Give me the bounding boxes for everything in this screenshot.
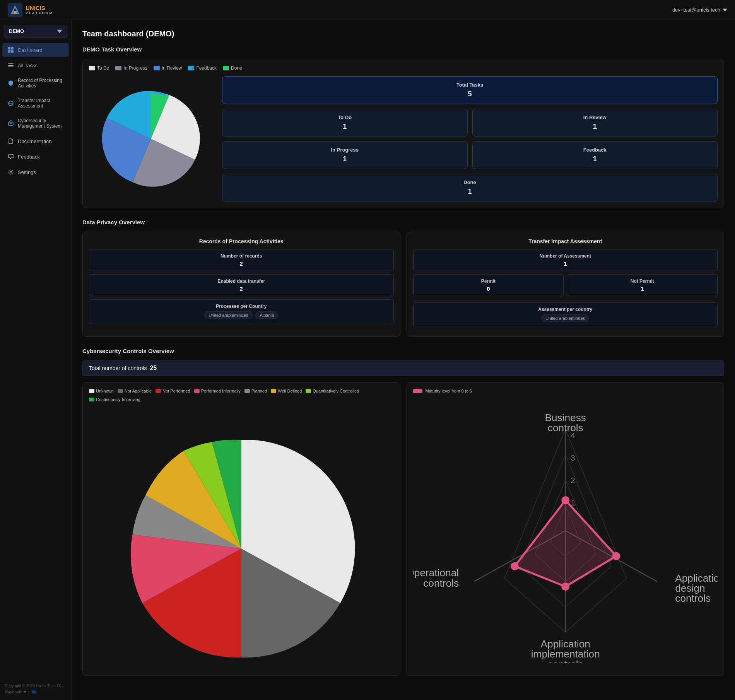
stat-done: Done 1 xyxy=(222,174,718,201)
svg-text:4: 4 xyxy=(570,431,575,440)
svg-text:3: 3 xyxy=(570,453,575,462)
cyber-radar-box: Maturity level from 0 to 6 xyxy=(407,382,725,676)
sidebar-item-label-docs: Documentation xyxy=(18,138,51,144)
radar-legend: Maturity level from 0 to 6 xyxy=(413,389,718,393)
svg-rect-8 xyxy=(8,65,14,66)
svg-point-15 xyxy=(10,171,12,173)
svg-point-26 xyxy=(612,552,620,560)
svg-text:controls: controls xyxy=(675,592,711,604)
legend-dot-done xyxy=(223,66,229,70)
sidebar: DEMO Dashboard All Tasks Record of Proce… xyxy=(0,20,72,700)
sidebar-item-label-cms: Cybersecurity Management System xyxy=(18,118,63,129)
svg-text:controls: controls xyxy=(423,577,459,589)
sidebar-item-tia[interactable]: Transfer Impact Assessment xyxy=(2,94,69,113)
legend-todo: To Do xyxy=(89,65,109,71)
sidebar-item-label-feedback: Feedback xyxy=(18,154,40,160)
page-title: Team dashboard (DEMO) xyxy=(82,29,724,38)
tia-country-tag-1: United arab emirates xyxy=(541,314,589,322)
legend-inprogress: In Progress xyxy=(115,65,147,71)
tia-card: Transfer Impact Assessment Number of Ass… xyxy=(407,232,725,337)
sidebar-item-docs[interactable]: Documentation xyxy=(2,134,69,148)
logo-text: UNICIS PLATFORM xyxy=(26,5,53,15)
cyber-total-label: Total number of controls xyxy=(89,365,147,371)
chevron-down-icon xyxy=(723,8,727,12)
ropa-records-row: Number of records 2 xyxy=(89,249,394,271)
stat-grid: Total Tasks 5 To Do 1 In Review 1 In Pro… xyxy=(222,76,718,201)
legend-inreview: In Review xyxy=(154,65,182,71)
sidebar-item-all-tasks[interactable]: All Tasks xyxy=(2,58,69,72)
svg-rect-9 xyxy=(8,67,14,67)
logo-icon xyxy=(8,3,22,17)
task-overview-title: DEMO Task Overview xyxy=(82,46,724,53)
svg-rect-6 xyxy=(11,50,14,53)
stat-inprogress: In Progress 1 xyxy=(222,141,468,169)
sidebar-item-dashboard[interactable]: Dashboard xyxy=(2,43,69,57)
docs-icon xyxy=(8,138,14,144)
sidebar-item-label-ropa: Record of Processing Activities xyxy=(18,78,63,89)
task-pie-chart xyxy=(89,89,213,189)
sidebar-item-label-dashboard: Dashboard xyxy=(18,47,43,53)
globe-icon xyxy=(8,100,14,106)
dashboard-icon xyxy=(8,47,14,53)
team-label: DEMO xyxy=(9,28,24,34)
ropa-country-tag-1: United arab emirates xyxy=(204,311,252,319)
team-selector[interactable]: DEMO xyxy=(4,25,67,38)
svg-text:1: 1 xyxy=(570,498,575,507)
svg-marker-24 xyxy=(514,500,616,587)
data-privacy-title: Data Privacy Overview xyxy=(82,219,724,225)
sidebar-item-label-all-tasks: All Tasks xyxy=(18,63,38,68)
chevron-down-icon xyxy=(57,29,62,34)
svg-text:controls: controls xyxy=(547,422,583,434)
logo: UNICIS PLATFORM xyxy=(8,3,53,17)
stat-feedback: Feedback 1 xyxy=(472,141,718,169)
feedback-icon xyxy=(8,154,14,160)
cyber-pie-chart xyxy=(89,407,394,668)
svg-point-27 xyxy=(561,582,569,591)
radar-legend-label: Maturity level from 0 to 6 xyxy=(426,389,472,393)
ropa-country-row: Processes per Country United arab emirat… xyxy=(89,299,394,324)
radar-chart: Business controls Application design con… xyxy=(413,399,718,663)
ropa-card-title: Records of Processing Activities xyxy=(89,238,394,244)
legend-dot-todo xyxy=(89,66,95,70)
sidebar-item-ropa[interactable]: Record of Processing Activities xyxy=(2,74,69,92)
svg-rect-2 xyxy=(14,11,17,14)
cyber-pie-box: Unknown Not Applicable Not Performed Per… xyxy=(82,382,400,676)
legend-dot-inreview xyxy=(154,66,160,70)
svg-rect-4 xyxy=(11,47,14,50)
sidebar-item-feedback[interactable]: Feedback xyxy=(2,150,69,164)
stat-total-tasks: Total Tasks 5 xyxy=(222,76,718,104)
ropa-transfer-row: Enabled data transfer 2 xyxy=(89,274,394,296)
sidebar-footer: Copyright © 2024 Unicis.Tech OÜ. Made wi… xyxy=(0,678,71,700)
svg-text:controls: controls xyxy=(547,659,583,663)
cyber-section-title: Cybersecurity Controls Overview xyxy=(82,348,724,354)
cyber-total-value: 25 xyxy=(150,365,157,372)
task-chart-area: Total Tasks 5 To Do 1 In Review 1 In Pro… xyxy=(89,76,718,201)
legend-feedback: Feedback xyxy=(188,65,217,71)
cyber-total-bar: Total number of controls 25 xyxy=(82,360,724,376)
svg-rect-5 xyxy=(8,50,10,53)
main-content: Team dashboard (DEMO) DEMO Task Overview… xyxy=(72,20,735,700)
svg-point-14 xyxy=(10,123,12,125)
sidebar-item-cms[interactable]: Cybersecurity Management System xyxy=(2,114,69,133)
legend-dot-inprogress xyxy=(115,66,121,70)
svg-rect-3 xyxy=(8,47,10,50)
tia-notpermit-row: Not Permit 1 xyxy=(567,274,718,296)
legend-dot-feedback xyxy=(188,66,194,70)
settings-icon xyxy=(8,169,14,175)
sidebar-item-settings[interactable]: Settings xyxy=(2,165,69,179)
ropa-country-tag-2: Albania xyxy=(255,311,278,319)
svg-rect-7 xyxy=(8,63,14,64)
cyber-icon xyxy=(8,120,14,126)
tia-assessment-row: Number of Assessment 1 xyxy=(413,249,718,271)
legend-done: Done xyxy=(223,65,242,71)
user-menu[interactable]: dev+test@unicis.tech xyxy=(672,7,727,13)
cyber-pie-legend: Unknown Not Applicable Not Performed Per… xyxy=(89,389,394,402)
shield-icon xyxy=(8,80,14,86)
topbar: UNICIS PLATFORM dev+test@unicis.tech xyxy=(0,0,735,20)
user-email: dev+test@unicis.tech xyxy=(672,7,720,13)
list-icon xyxy=(8,62,14,68)
tia-permit-row: Permit 0 xyxy=(413,274,564,296)
data-privacy-grid: Records of Processing Activities Number … xyxy=(82,232,724,337)
svg-point-25 xyxy=(561,496,569,504)
stat-inreview: In Review 1 xyxy=(472,109,718,137)
